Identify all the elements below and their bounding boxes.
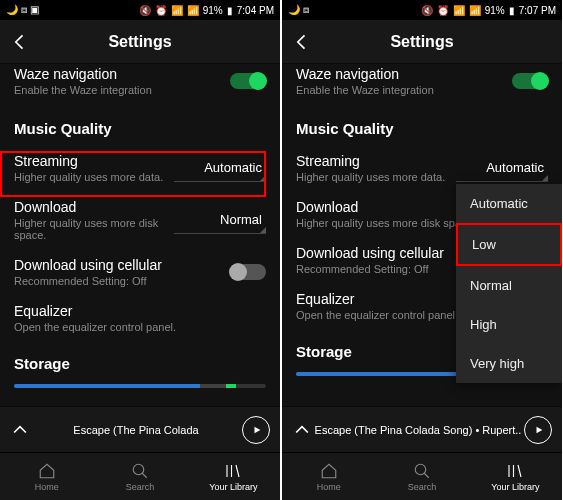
nav-home[interactable]: Home bbox=[282, 453, 375, 500]
wifi-icon: 📶 bbox=[171, 5, 183, 16]
section-storage: Storage bbox=[14, 341, 266, 378]
cellular-title: Download using cellular bbox=[14, 257, 230, 273]
expand-chevron-icon[interactable] bbox=[292, 420, 312, 440]
download-dropdown[interactable]: Normal bbox=[174, 206, 266, 234]
dropdown-caret-icon bbox=[542, 175, 548, 181]
battery-icon: ▮ bbox=[509, 5, 515, 16]
settings-content[interactable]: Waze navigation Enable the Waze integrat… bbox=[0, 64, 280, 406]
now-playing-bar[interactable]: Escape (The Pina Colada Song) • Rupert.. bbox=[282, 406, 562, 452]
nav-search[interactable]: Search bbox=[93, 453, 186, 500]
bottom-nav: Home Search Your Library bbox=[282, 452, 562, 500]
menu-item-automatic[interactable]: Automatic bbox=[456, 184, 562, 223]
play-button[interactable] bbox=[524, 416, 552, 444]
equalizer-title: Equalizer bbox=[14, 303, 266, 319]
section-music-quality: Music Quality bbox=[296, 104, 548, 145]
wifi-icon: 📶 bbox=[453, 5, 465, 16]
header: Settings bbox=[0, 20, 280, 64]
header: Settings bbox=[282, 20, 562, 64]
clock: 7:04 PM bbox=[237, 5, 274, 16]
menu-item-normal[interactable]: Normal bbox=[456, 266, 562, 305]
play-button[interactable] bbox=[242, 416, 270, 444]
waze-title: Waze navigation bbox=[14, 66, 230, 82]
streaming-value: Automatic bbox=[204, 160, 262, 175]
waze-row[interactable]: Waze navigation Enable the Waze integrat… bbox=[296, 64, 548, 104]
mute-icon: 🔇 bbox=[421, 5, 433, 16]
now-playing-track: Escape (The Pina Colada bbox=[30, 424, 242, 436]
waze-toggle[interactable] bbox=[230, 73, 266, 89]
streaming-row[interactable]: Streaming Higher quality uses more data.… bbox=[14, 145, 266, 191]
equalizer-row[interactable]: Equalizer Open the equalizer control pan… bbox=[14, 295, 266, 341]
nav-home[interactable]: Home bbox=[0, 453, 93, 500]
page-title: Settings bbox=[390, 33, 453, 51]
battery-percent: 91% bbox=[203, 5, 223, 16]
battery-icon: ▮ bbox=[227, 5, 233, 16]
streaming-quality-menu: Automatic Low Normal High Very high bbox=[456, 184, 562, 383]
alarm-icon: ⏰ bbox=[437, 5, 449, 16]
svg-point-1 bbox=[415, 464, 426, 475]
alarm-icon: ⏰ bbox=[155, 5, 167, 16]
now-playing-bar[interactable]: Escape (The Pina Colada bbox=[0, 406, 280, 452]
home-icon bbox=[320, 462, 338, 480]
battery-percent: 91% bbox=[485, 5, 505, 16]
waze-sub: Enable the Waze integration bbox=[14, 84, 230, 96]
dropdown-caret-icon bbox=[260, 227, 266, 233]
nav-library[interactable]: Your Library bbox=[469, 453, 562, 500]
expand-chevron-icon[interactable] bbox=[10, 420, 30, 440]
statusbar: 🌙 ⧈ ▣ 🔇 ⏰ 📶 📶 91% ▮ 7:04 PM bbox=[0, 0, 280, 20]
waze-toggle[interactable] bbox=[512, 73, 548, 89]
download-sub: Higher quality uses more disk space. bbox=[14, 217, 174, 241]
download-value: Normal bbox=[220, 212, 262, 227]
equalizer-sub: Open the equalizer control panel. bbox=[14, 321, 266, 333]
storage-bar bbox=[14, 384, 266, 388]
home-icon bbox=[38, 462, 56, 480]
streaming-title: Streaming bbox=[296, 153, 456, 169]
nav-search[interactable]: Search bbox=[375, 453, 468, 500]
menu-item-high[interactable]: High bbox=[456, 305, 562, 344]
page-title: Settings bbox=[108, 33, 171, 51]
dropbox-icon: ⧈ bbox=[21, 4, 27, 16]
streaming-title: Streaming bbox=[14, 153, 174, 169]
back-button[interactable] bbox=[292, 32, 312, 52]
cellular-toggle[interactable] bbox=[230, 264, 266, 280]
moon-icon: 🌙 bbox=[6, 4, 18, 16]
signal-icon: 📶 bbox=[469, 5, 481, 16]
settings-content[interactable]: Waze navigation Enable the Waze integrat… bbox=[282, 64, 562, 406]
dropdown-caret-icon bbox=[260, 175, 266, 181]
moon-icon: 🌙 bbox=[288, 4, 300, 16]
search-icon bbox=[131, 462, 149, 480]
phone-right: 🌙 ⧈ 🔇 ⏰ 📶 📶 91% ▮ 7:07 PM Settings Waze … bbox=[282, 0, 562, 500]
section-music-quality: Music Quality bbox=[14, 104, 266, 145]
menu-item-low[interactable]: Low bbox=[456, 223, 562, 266]
streaming-dropdown[interactable]: Automatic bbox=[456, 154, 548, 182]
search-icon bbox=[413, 462, 431, 480]
signal-icon: 📶 bbox=[187, 5, 199, 16]
streaming-sub: Higher quality uses more data. bbox=[14, 171, 174, 183]
download-title: Download bbox=[14, 199, 174, 215]
bottom-nav: Home Search Your Library bbox=[0, 452, 280, 500]
cellular-row[interactable]: Download using cellular Recommended Sett… bbox=[14, 249, 266, 295]
mute-icon: 🔇 bbox=[139, 5, 151, 16]
streaming-sub: Higher quality uses more data. bbox=[296, 171, 456, 183]
svg-point-0 bbox=[133, 464, 144, 475]
waze-title: Waze navigation bbox=[296, 66, 512, 82]
now-playing-track: Escape (The Pina Colada Song) • Rupert.. bbox=[312, 424, 524, 436]
waze-row[interactable]: Waze navigation Enable the Waze integrat… bbox=[14, 64, 266, 104]
dropbox-icon: ⧈ bbox=[303, 4, 309, 16]
clock: 7:07 PM bbox=[519, 5, 556, 16]
library-icon bbox=[506, 462, 524, 480]
waze-sub: Enable the Waze integration bbox=[296, 84, 512, 96]
image-icon: ▣ bbox=[30, 4, 39, 16]
library-icon bbox=[224, 462, 242, 480]
back-button[interactable] bbox=[10, 32, 30, 52]
menu-item-veryhigh[interactable]: Very high bbox=[456, 344, 562, 383]
streaming-dropdown[interactable]: Automatic bbox=[174, 154, 266, 182]
phone-left: 🌙 ⧈ ▣ 🔇 ⏰ 📶 📶 91% ▮ 7:04 PM Settings Waz… bbox=[0, 0, 280, 500]
nav-library[interactable]: Your Library bbox=[187, 453, 280, 500]
download-row[interactable]: Download Higher quality uses more disk s… bbox=[14, 191, 266, 249]
cellular-sub: Recommended Setting: Off bbox=[14, 275, 230, 287]
statusbar: 🌙 ⧈ 🔇 ⏰ 📶 📶 91% ▮ 7:07 PM bbox=[282, 0, 562, 20]
streaming-value: Automatic bbox=[486, 160, 544, 175]
